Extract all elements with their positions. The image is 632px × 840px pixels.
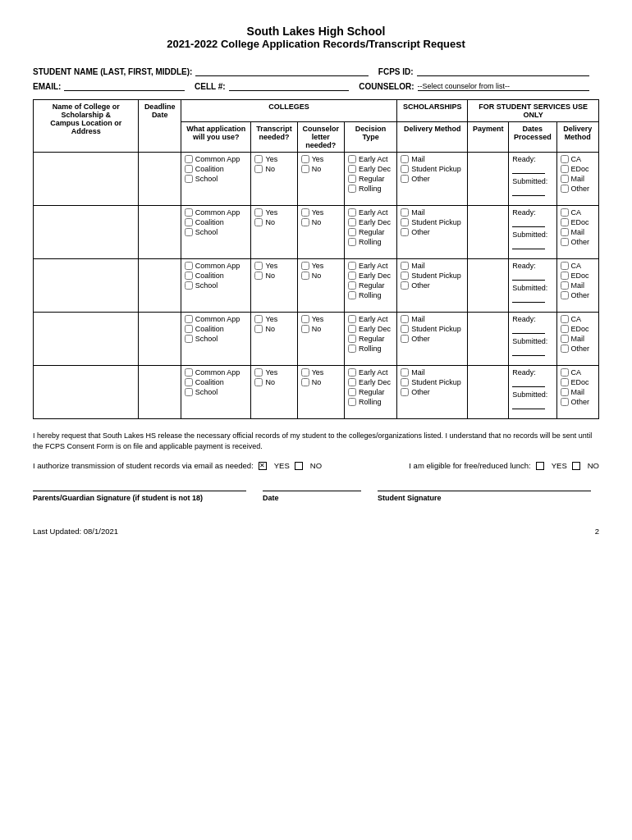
- parent-sig-line[interactable]: [33, 482, 246, 491]
- student-sig-line[interactable]: [378, 482, 591, 491]
- app-checkbox[interactable]: [185, 208, 193, 217]
- app-checkbox[interactable]: [185, 335, 193, 343]
- payment-cell[interactable]: [468, 313, 509, 366]
- counselor-checkbox[interactable]: [301, 165, 309, 173]
- decision-checkbox[interactable]: [348, 208, 356, 217]
- counselor-checkbox[interactable]: [301, 208, 309, 217]
- delivery-checkbox[interactable]: [401, 175, 409, 183]
- decision-checkbox[interactable]: [348, 398, 356, 406]
- decision-checkbox[interactable]: [348, 281, 356, 290]
- submitted-field[interactable]: [512, 400, 545, 409]
- transcript-checkbox[interactable]: [254, 155, 263, 163]
- app-checkbox[interactable]: [185, 388, 193, 396]
- decision-checkbox[interactable]: [348, 165, 356, 173]
- dmethod-checkbox[interactable]: [561, 228, 569, 236]
- transcript-checkbox[interactable]: [254, 218, 263, 226]
- dmethod-checkbox[interactable]: [561, 218, 569, 226]
- deadline-cell[interactable]: [139, 153, 181, 206]
- delivery-checkbox[interactable]: [401, 368, 409, 377]
- college-name-cell[interactable]: [34, 153, 139, 206]
- delivery-checkbox[interactable]: [401, 388, 409, 396]
- dmethod-checkbox[interactable]: [561, 378, 569, 386]
- authorize-no-checkbox[interactable]: [295, 462, 303, 470]
- submitted-field[interactable]: [512, 240, 545, 249]
- payment-cell[interactable]: [468, 259, 509, 313]
- payment-cell[interactable]: [468, 366, 509, 419]
- delivery-checkbox[interactable]: [401, 272, 409, 280]
- authorize-yes-checkbox[interactable]: [259, 462, 267, 470]
- delivery-checkbox[interactable]: [401, 335, 409, 343]
- app-checkbox[interactable]: [185, 218, 193, 226]
- dmethod-checkbox[interactable]: [561, 398, 569, 406]
- delivery-checkbox[interactable]: [401, 262, 409, 270]
- counselor-checkbox[interactable]: [301, 218, 309, 226]
- transcript-checkbox[interactable]: [254, 262, 263, 270]
- name-field[interactable]: [195, 65, 368, 76]
- dmethod-checkbox[interactable]: [561, 291, 569, 299]
- transcript-checkbox[interactable]: [254, 165, 263, 173]
- decision-checkbox[interactable]: [348, 368, 356, 377]
- decision-checkbox[interactable]: [348, 228, 356, 236]
- decision-checkbox[interactable]: [348, 155, 356, 163]
- app-checkbox[interactable]: [185, 228, 193, 236]
- app-checkbox[interactable]: [185, 325, 193, 333]
- delivery-checkbox[interactable]: [401, 378, 409, 386]
- dmethod-checkbox[interactable]: [561, 155, 569, 163]
- delivery-checkbox[interactable]: [401, 228, 409, 236]
- transcript-checkbox[interactable]: [254, 378, 263, 386]
- deadline-cell[interactable]: [139, 206, 181, 259]
- transcript-checkbox[interactable]: [254, 272, 263, 280]
- app-checkbox[interactable]: [185, 155, 193, 163]
- college-name-cell[interactable]: [34, 206, 139, 259]
- dmethod-checkbox[interactable]: [561, 272, 569, 280]
- counselor-checkbox[interactable]: [301, 272, 309, 280]
- dmethod-checkbox[interactable]: [561, 315, 569, 323]
- counselor-field[interactable]: --Select counselor from list--: [418, 80, 589, 91]
- app-checkbox[interactable]: [185, 262, 193, 270]
- counselor-checkbox[interactable]: [301, 378, 309, 386]
- decision-checkbox[interactable]: [348, 175, 356, 183]
- dmethod-checkbox[interactable]: [561, 238, 569, 246]
- submitted-field[interactable]: [512, 187, 545, 196]
- lunch-yes-checkbox[interactable]: [536, 462, 544, 470]
- dmethod-checkbox[interactable]: [561, 281, 569, 290]
- dmethod-checkbox[interactable]: [561, 208, 569, 217]
- dmethod-checkbox[interactable]: [561, 175, 569, 183]
- ready-field[interactable]: [512, 218, 545, 227]
- counselor-checkbox[interactable]: [301, 368, 309, 377]
- college-name-cell[interactable]: [34, 366, 139, 419]
- delivery-checkbox[interactable]: [401, 218, 409, 226]
- college-name-cell[interactable]: [34, 259, 139, 313]
- dmethod-checkbox[interactable]: [561, 335, 569, 343]
- ready-field[interactable]: [512, 325, 545, 334]
- payment-cell[interactable]: [468, 153, 509, 206]
- counselor-checkbox[interactable]: [301, 262, 309, 270]
- counselor-checkbox[interactable]: [301, 325, 309, 333]
- transcript-checkbox[interactable]: [254, 368, 263, 377]
- ready-field[interactable]: [512, 165, 545, 174]
- delivery-checkbox[interactable]: [401, 281, 409, 290]
- decision-checkbox[interactable]: [348, 388, 356, 396]
- app-checkbox[interactable]: [185, 281, 193, 290]
- decision-checkbox[interactable]: [348, 272, 356, 280]
- decision-checkbox[interactable]: [348, 378, 356, 386]
- decision-checkbox[interactable]: [348, 218, 356, 226]
- transcript-checkbox[interactable]: [254, 208, 263, 217]
- counselor-checkbox[interactable]: [301, 315, 309, 323]
- deadline-cell[interactable]: [139, 313, 181, 366]
- decision-checkbox[interactable]: [348, 238, 356, 246]
- dmethod-checkbox[interactable]: [561, 185, 569, 193]
- app-checkbox[interactable]: [185, 315, 193, 323]
- delivery-checkbox[interactable]: [401, 155, 409, 163]
- delivery-checkbox[interactable]: [401, 325, 409, 333]
- app-checkbox[interactable]: [185, 272, 193, 280]
- decision-checkbox[interactable]: [348, 262, 356, 270]
- app-checkbox[interactable]: [185, 165, 193, 173]
- fcps-field[interactable]: [417, 65, 589, 76]
- lunch-no-checkbox[interactable]: [572, 462, 580, 470]
- ready-field[interactable]: [512, 378, 545, 387]
- counselor-checkbox[interactable]: [301, 155, 309, 163]
- date-sig-line[interactable]: [263, 482, 361, 491]
- dmethod-checkbox[interactable]: [561, 345, 569, 353]
- transcript-checkbox[interactable]: [254, 315, 263, 323]
